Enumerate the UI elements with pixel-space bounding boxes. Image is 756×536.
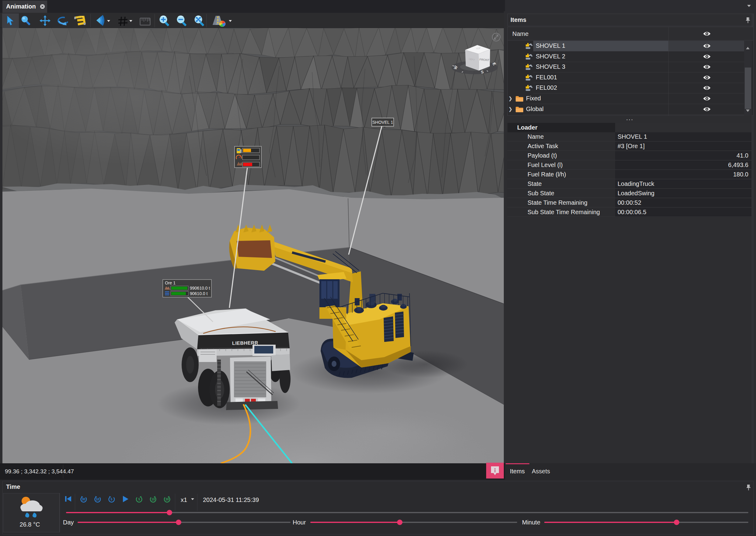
svg-text:90610.0 t: 90610.0 t [190,291,208,296]
svg-text:30: 30 [166,498,169,501]
svg-text:FRONT: FRONT [479,58,490,62]
svg-text:990610.0 t: 990610.0 t [190,285,210,290]
svg-text:10: 10 [96,498,99,501]
svg-text:10: 10 [151,498,155,501]
svg-text:5: 5 [111,498,113,501]
svg-text:30: 30 [82,498,85,501]
svg-text:SHOVEL 1: SHOVEL 1 [372,120,393,125]
svg-text:Ore 1: Ore 1 [165,281,176,285]
svg-text:5: 5 [138,498,140,501]
